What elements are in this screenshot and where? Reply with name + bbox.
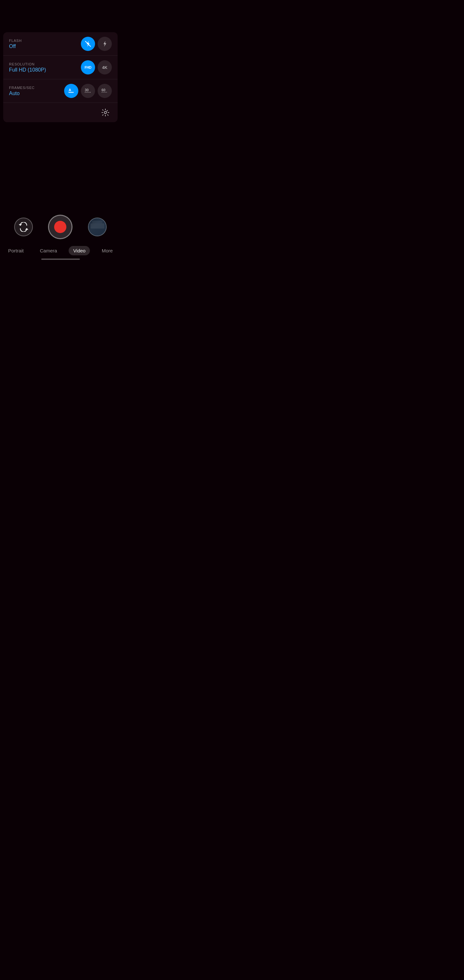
resolution-setting-row: RESOLUTION Full HD (1080P) FHD 4K [3,56,118,79]
resolution-controls: FHD 4K [81,60,112,75]
svg-rect-17 [103,92,104,92]
camera-view: FLASH Off [0,0,121,262]
svg-rect-11 [87,92,88,93]
fps-30-button[interactable]: 30 [81,84,95,98]
resolution-label: RESOLUTION [9,62,81,66]
svg-rect-19 [105,92,106,92]
flash-setting-row: FLASH Off [3,32,118,56]
svg-marker-2 [103,41,106,47]
camera-tab[interactable]: Camera [35,246,62,255]
thumbnail-image [89,218,106,235]
record-button[interactable] [48,215,73,239]
bottom-controls [0,215,121,239]
svg-point-21 [104,111,106,114]
svg-rect-18 [104,92,105,92]
gallery-thumbnail-button[interactable] [88,218,106,236]
fps-60-button[interactable]: 60 [98,84,112,98]
svg-rect-6 [71,92,72,93]
svg-text:A: A [68,88,71,92]
flip-camera-icon [19,222,29,232]
resolution-value: Full HD (1080P) [9,67,81,73]
resolution-setting-text: RESOLUTION Full HD (1080P) [9,62,81,73]
svg-rect-9 [85,92,86,93]
fhd-button[interactable]: FHD [81,60,95,75]
4k-button[interactable]: 4K [98,60,112,75]
flash-label: FLASH [9,39,81,43]
viewfinder-top [0,0,121,32]
gear-icon [101,108,110,117]
flash-value: Off [9,43,81,49]
svg-rect-7 [73,92,73,93]
flash-controls [81,37,112,51]
fhd-label: FHD [84,65,91,69]
fps-label: FRAMES/SEC [9,86,64,90]
flash-setting-text: FLASH Off [9,39,81,49]
4k-label: 4K [102,65,108,70]
svg-rect-10 [86,92,87,93]
flash-on-button[interactable] [98,37,112,51]
svg-rect-4 [68,92,70,93]
svg-rect-12 [89,92,90,93]
svg-rect-15 [102,92,102,92]
flash-off-button[interactable] [81,37,95,51]
fps-controls: A 30 [64,84,112,98]
fps-setting-text: FRAMES/SEC Auto [9,86,64,96]
fps-30-icon: 30 [84,87,92,95]
gear-settings-button[interactable] [99,106,112,119]
fps-value: Auto [9,91,64,96]
svg-text:60: 60 [102,88,105,92]
flash-on-icon [101,40,108,48]
fps-60-icon: 60 [100,87,109,95]
fps-auto-button[interactable]: A [64,84,78,98]
portrait-tab[interactable]: Portrait [3,246,28,255]
settings-panel: FLASH Off [3,32,118,122]
flash-off-icon [84,40,92,48]
svg-rect-5 [70,92,71,93]
home-indicator [41,259,80,260]
svg-rect-16 [102,92,103,92]
fps-setting-row: FRAMES/SEC Auto A [3,79,118,103]
video-tab[interactable]: Video [68,246,90,255]
svg-rect-13 [90,92,91,93]
record-dot [54,221,67,233]
additional-settings-row [3,103,118,122]
more-tab[interactable]: More [97,246,117,255]
fps-auto-icon: A [67,87,75,95]
svg-text:30: 30 [85,88,89,92]
flip-camera-button[interactable] [14,218,33,236]
svg-rect-20 [106,92,107,92]
